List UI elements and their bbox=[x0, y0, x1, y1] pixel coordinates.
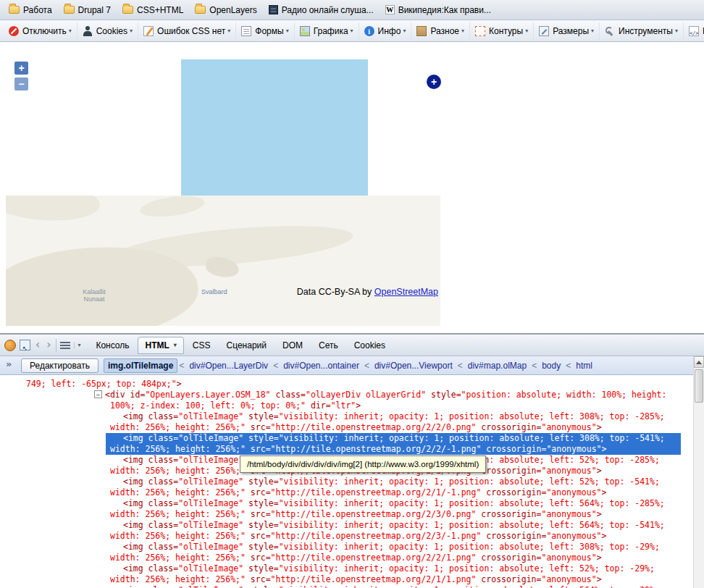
webdev-menu-label: Размеры bbox=[553, 26, 589, 36]
bookmark-item[interactable]: Радио онлайн слуша... bbox=[263, 2, 380, 18]
firebug-tab-dom[interactable]: DOM bbox=[275, 337, 310, 354]
scroll-thumb[interactable] bbox=[695, 369, 703, 403]
code-row-img-tile[interactable]: <img class="olTileImage" style="visibili… bbox=[106, 476, 681, 498]
firebug-tab-html[interactable]: HTML▾ bbox=[138, 337, 183, 354]
browser-window: РаботаDrupal 7CSS+HTMLOpenLayersРадио он… bbox=[0, 0, 704, 588]
breadcrumb-item[interactable]: div#map.olMap bbox=[464, 359, 530, 372]
code-line[interactable]: <img class="olTileImage" style="visibili… bbox=[106, 520, 681, 531]
folder-icon bbox=[64, 6, 75, 14]
panel-options-icon[interactable] bbox=[4, 361, 16, 371]
webdev-menu-item[interactable]: Формы▾ bbox=[236, 22, 294, 40]
code-row-layer-div[interactable]: −<div id="OpenLayers.Layer.OSM_18" class… bbox=[94, 390, 693, 411]
bookmark-label: Drupal 7 bbox=[78, 5, 111, 15]
css-icon bbox=[143, 26, 154, 36]
code-line[interactable]: width: 256%; height: 256%;" src="http://… bbox=[106, 444, 681, 455]
code-line[interactable]: width: 256%; height: 256%;" src="http://… bbox=[106, 574, 681, 585]
outline-icon bbox=[475, 26, 485, 36]
code-line[interactable]: <img class="olTileImage" style="visibili… bbox=[106, 411, 681, 422]
breadcrumb-item[interactable]: img.olTileImage bbox=[104, 358, 177, 373]
bookmark-item[interactable]: Википедия:Как прави... bbox=[380, 2, 497, 18]
code-row-img-tile[interactable]: <img class="olTileImage" style="visibili… bbox=[106, 433, 681, 455]
chevron-down-icon: ▾ bbox=[461, 28, 464, 34]
inspect-element-button[interactable] bbox=[20, 340, 30, 350]
forward-button[interactable]: › bbox=[45, 340, 52, 350]
layer-switcher-button[interactable]: + bbox=[427, 75, 441, 89]
panel-list-icon[interactable] bbox=[60, 341, 70, 349]
code-row-img-tile[interactable]: <img class="olTileImage" style="visibili… bbox=[106, 498, 681, 520]
edit-button[interactable]: Редактировать bbox=[21, 358, 99, 373]
code-line[interactable]: −<div id="OpenLayers.Layer.OSM_18" class… bbox=[94, 390, 693, 400]
code-line[interactable]: <img class="olTileImage" style="visibili… bbox=[106, 542, 681, 553]
code-line[interactable]: <img class="olTileImage" style="visibili… bbox=[106, 498, 681, 509]
firebug-tab-сеть[interactable]: Сеть bbox=[311, 337, 345, 354]
code-row-img-tile[interactable]: <img class="olTileImage" style="visibili… bbox=[106, 411, 681, 433]
info-icon bbox=[364, 26, 374, 36]
folder-icon bbox=[9, 6, 20, 14]
firebug-tab-сценарий[interactable]: Сценарий bbox=[219, 337, 274, 354]
breadcrumb-item[interactable]: html bbox=[572, 359, 596, 372]
code-line[interactable]: 100%; z-index: 100; left: 0%; top: 0%;" … bbox=[94, 400, 693, 411]
code-line[interactable]: width: 256%; height: 256%;" src="http://… bbox=[106, 422, 681, 433]
scroll-up-button[interactable] bbox=[694, 356, 704, 368]
code-line[interactable]: <img class="olTileImage" style="visibili… bbox=[106, 476, 681, 487]
firebug-tab-консоль[interactable]: Консоль bbox=[88, 337, 136, 354]
code-view: 749; left: -65px; top: 484px;">−<div id=… bbox=[0, 379, 693, 588]
firebug-tab-cookies[interactable]: Cookies bbox=[347, 337, 393, 354]
breadcrumb-separator: < bbox=[177, 361, 185, 371]
bookmark-item[interactable]: Drupal 7 bbox=[58, 2, 117, 18]
webdev-menu-item[interactable]: Контуры▾ bbox=[470, 22, 534, 40]
webdev-menu-item[interactable]: Код▾ bbox=[684, 22, 704, 40]
wikipedia-icon bbox=[385, 5, 395, 14]
view-source-icon bbox=[689, 26, 699, 36]
tab-label: DOM bbox=[282, 340, 303, 350]
code-row-img-tile[interactable]: <img class="olTileImage" style="visibili… bbox=[106, 585, 681, 588]
chevron-down-icon: ▾ bbox=[403, 28, 406, 34]
code-line[interactable]: width: 256%; height: 256%;" src="http://… bbox=[106, 487, 681, 498]
zoom-in-button[interactable]: + bbox=[14, 62, 28, 75]
code-line-continuation[interactable]: 749; left: -65px; top: 484px;"> bbox=[26, 379, 693, 390]
webdev-menu-label: Контуры bbox=[489, 26, 523, 36]
map-image[interactable]: Kalaallit Nunaat Svalbard Data CC-By-SA … bbox=[6, 196, 440, 326]
firebug-menu-icon[interactable] bbox=[4, 340, 16, 351]
bookmark-label: Работа bbox=[23, 5, 52, 15]
code-line[interactable]: width: 256%; height: 256%;" src="http://… bbox=[106, 553, 681, 563]
code-line[interactable]: width: 256%; height: 256%;" src="http://… bbox=[106, 531, 681, 542]
bookmark-item[interactable]: OpenLayers bbox=[189, 2, 262, 18]
code-row-img-tile[interactable]: <img class="olTileImage" style="visibili… bbox=[106, 563, 681, 585]
webdev-menu-item[interactable]: Инфо▾ bbox=[359, 22, 412, 40]
breadcrumb-item[interactable]: div#Open...Viewport bbox=[371, 359, 456, 372]
breadcrumb-item[interactable]: div#Open...LayerDiv bbox=[185, 359, 272, 372]
chevron-down-icon: ▾ bbox=[174, 342, 177, 348]
code-line[interactable]: <img class="olTileImage" style="visibili… bbox=[106, 563, 681, 574]
zoom-out-button[interactable]: − bbox=[14, 77, 28, 91]
firebug-tab-strip: КонсольHTML▾CSSСценарийDOMСетьCookies bbox=[88, 337, 393, 354]
back-button[interactable]: ‹ bbox=[34, 340, 41, 350]
webdev-menu-item[interactable]: Разное▾ bbox=[411, 22, 470, 40]
chevron-down-icon[interactable]: ▾ bbox=[74, 342, 80, 348]
land-shape bbox=[139, 196, 206, 220]
webdev-menu-item[interactable]: Cookies▾ bbox=[77, 22, 138, 40]
bookmark-item[interactable]: Работа bbox=[3, 2, 58, 18]
webdev-menu-item[interactable]: Ошибок CSS нет▾ bbox=[138, 22, 236, 40]
code-row-img-tile[interactable]: <img class="olTileImage" style="visibili… bbox=[106, 520, 681, 542]
webdev-menu-item[interactable]: Размеры▾ bbox=[534, 22, 600, 40]
bookmark-item[interactable]: CSS+HTML bbox=[117, 2, 189, 18]
misc-icon bbox=[416, 26, 427, 36]
firebug-tab-css[interactable]: CSS bbox=[185, 337, 218, 354]
code-row-img-tile[interactable]: <img class="olTileImage" style="visibili… bbox=[106, 542, 681, 563]
collapse-toggle-icon[interactable]: − bbox=[94, 390, 102, 398]
webdev-menu-item[interactable]: Графика▾ bbox=[295, 22, 359, 40]
openstreetmap-link[interactable]: OpenStreetMap bbox=[374, 287, 438, 297]
webdev-menu-item[interactable]: Отключить▾ bbox=[4, 22, 77, 40]
chevron-down-icon: ▾ bbox=[227, 28, 230, 34]
code-line[interactable]: <img class="olTileImage" style="visibili… bbox=[106, 433, 681, 444]
breadcrumb-item[interactable]: div#Open...ontainer bbox=[280, 359, 363, 372]
breadcrumb-item[interactable]: body bbox=[538, 359, 564, 372]
webdev-menu-item[interactable]: Инструменты▾ bbox=[600, 22, 684, 40]
firebug-scrollbar[interactable] bbox=[693, 356, 704, 588]
chevron-down-icon: ▾ bbox=[675, 28, 678, 34]
code-line[interactable]: <img class="olTileImage" style="visibili… bbox=[106, 585, 681, 588]
webdev-toolbar: Отключить▾Cookies▾Ошибок CSS нет▾Формы▾Г… bbox=[0, 20, 704, 42]
html-panel: 749; left: -65px; top: 484px;">−<div id=… bbox=[0, 375, 693, 588]
code-line[interactable]: width: 256%; height: 256%;" src="http://… bbox=[106, 509, 681, 520]
